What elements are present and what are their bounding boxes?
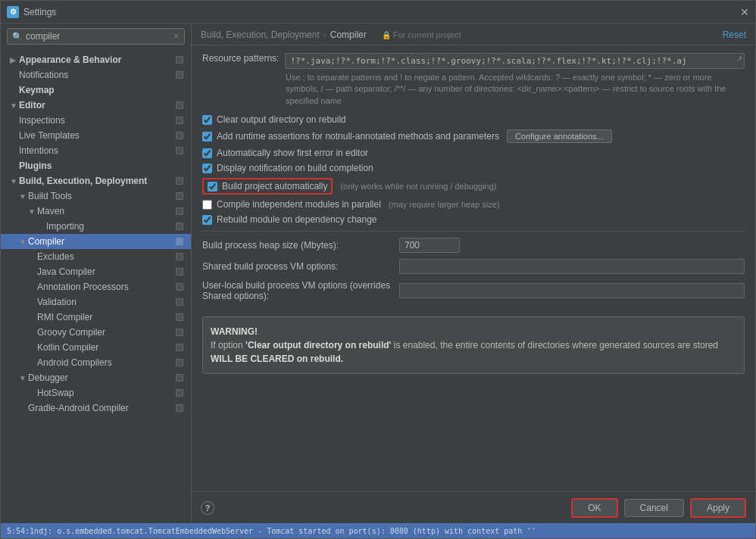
sidebar-item-excludes[interactable]: ▶ Excludes xyxy=(1,249,191,264)
sidebar-item-label: HotSwap xyxy=(37,388,74,398)
sidebar-item-java-compiler[interactable]: ▶ Java Compiler xyxy=(1,264,191,279)
sidebar-item-notifications[interactable]: Notifications xyxy=(1,67,191,83)
build-automatically-checkbox[interactable] xyxy=(208,182,217,192)
sidebar-item-importing[interactable]: ▶ Importing xyxy=(1,219,191,234)
sidebar-item-label: Gradle-Android Compiler xyxy=(28,403,129,413)
add-runtime-label[interactable]: Add runtime assertions for notnull-annot… xyxy=(202,131,499,142)
sidebar-item-label: Importing xyxy=(46,221,84,232)
left-panel: 🔍 ✕ ▶ Appearance & Behavior Notification… xyxy=(1,23,192,523)
sidebar-item-label: Appearance & Behavior xyxy=(19,55,121,65)
shared-vm-input[interactable] xyxy=(399,259,745,274)
user-vm-label: User-local build process VM options (ove… xyxy=(202,280,399,301)
add-runtime-checkbox[interactable] xyxy=(202,132,212,142)
sidebar-item-kotlin-compiler[interactable]: ▶ Kotlin Compiler xyxy=(1,340,191,355)
apply-button[interactable]: Apply xyxy=(690,498,746,518)
sidebar-item-maven[interactable]: ▼ Maven xyxy=(1,204,191,219)
right-indicator xyxy=(174,236,185,247)
right-indicator xyxy=(174,266,185,277)
sidebar-item-annotation-processors[interactable]: ▶ Annotation Processors xyxy=(1,279,191,294)
right-indicator xyxy=(174,221,185,232)
sidebar-item-debugger[interactable]: ▼ Debugger xyxy=(1,370,191,385)
cancel-button[interactable]: Cancel xyxy=(624,499,684,517)
sidebar-item-build-execution[interactable]: ▼ Build, Execution, Deployment xyxy=(1,173,191,188)
ok-button[interactable]: OK xyxy=(571,498,617,518)
sidebar-item-intentions[interactable]: Intentions xyxy=(1,143,191,158)
sidebar-item-build-tools[interactable]: ▼ Build Tools xyxy=(1,188,191,204)
shared-vm-row: Shared build process VM options: xyxy=(202,259,745,274)
right-indicator xyxy=(174,55,185,65)
right-header: Build, Execution, Deployment › Compiler … xyxy=(192,23,755,45)
warning-title: WARNING! xyxy=(211,326,258,337)
user-vm-input[interactable] xyxy=(399,283,745,298)
breadcrumb-arrow: › xyxy=(323,30,326,40)
sidebar-item-rmi-compiler[interactable]: ▶ RMI Compiler xyxy=(1,310,191,325)
sidebar-item-label: Editor xyxy=(19,100,45,111)
rebuild-module-label[interactable]: Rebuild module on dependency change xyxy=(202,214,377,225)
sidebar-item-editor[interactable]: ▼ Editor xyxy=(1,98,191,113)
sidebar-item-live-templates[interactable]: Live Templates xyxy=(1,128,191,143)
right-indicator xyxy=(174,297,185,307)
right-indicator xyxy=(174,130,185,141)
clear-output-checkbox[interactable] xyxy=(202,115,212,125)
auto-show-error-label[interactable]: Automatically show first error in editor xyxy=(202,148,368,158)
auto-show-error-checkbox[interactable] xyxy=(202,148,212,158)
resource-patterns-label: Resource patterns: xyxy=(202,53,279,64)
compile-parallel-label[interactable]: Compile independent modules in parallel xyxy=(202,199,381,210)
sidebar-item-keymap[interactable]: ▶ Keymap xyxy=(1,83,191,98)
right-content: Resource patterns: !?*.java;!?*.form;!?*… xyxy=(192,45,755,491)
sidebar-item-gradle-android[interactable]: ▶ Gradle-Android Compiler xyxy=(1,400,191,416)
right-indicator xyxy=(174,342,185,353)
sidebar-item-label: Keymap xyxy=(19,85,55,95)
search-input[interactable] xyxy=(26,31,173,42)
build-automatically-label[interactable]: Build project automatically xyxy=(208,181,327,192)
right-indicator xyxy=(174,251,185,262)
arrow-icon: ▶ xyxy=(10,56,19,64)
right-indicator xyxy=(174,70,185,80)
heap-size-input[interactable] xyxy=(399,238,460,253)
sidebar-item-label: Compiler xyxy=(28,236,64,247)
option-compile-parallel: Compile independent modules in parallel … xyxy=(202,199,745,210)
right-indicator xyxy=(174,176,185,186)
configure-annotations-button[interactable]: Configure annotations... xyxy=(507,129,612,143)
resource-patterns-expand-icon[interactable]: ↗ xyxy=(736,55,742,63)
build-automatically-text: Build project automatically xyxy=(222,181,327,192)
resource-patterns-section: Resource patterns: !?*.java;!?*.form;!?*… xyxy=(202,53,745,107)
sidebar-item-compiler[interactable]: ▼ Compiler xyxy=(1,234,191,249)
sidebar-item-android-compilers[interactable]: ▶ Android Compilers xyxy=(1,355,191,370)
rebuild-module-checkbox[interactable] xyxy=(202,215,212,225)
sidebar-item-inspections[interactable]: Inspections xyxy=(1,113,191,128)
sidebar-item-label: RMI Compiler xyxy=(37,312,92,322)
sidebar-item-appearance[interactable]: ▶ Appearance & Behavior xyxy=(1,52,191,67)
search-clear-icon[interactable]: ✕ xyxy=(173,32,180,42)
option-clear-output: Clear output directory on rebuild xyxy=(202,114,745,125)
arrow-icon: ▼ xyxy=(19,192,28,201)
sidebar-item-label: Build, Execution, Deployment xyxy=(19,176,147,186)
sidebar-item-label: Maven xyxy=(37,206,64,217)
sidebar-item-label: Inspections xyxy=(19,115,65,126)
breadcrumb: Build, Execution, Deployment › Compiler xyxy=(201,30,367,40)
help-button[interactable]: ? xyxy=(201,501,214,515)
clear-output-label[interactable]: Clear output directory on rebuild xyxy=(202,114,346,125)
heap-size-row: Build process heap size (Mbytes): xyxy=(202,238,745,253)
search-box: 🔍 ✕ xyxy=(7,28,185,45)
close-button[interactable]: ✕ xyxy=(740,6,749,18)
main-content: 🔍 ✕ ▶ Appearance & Behavior Notification… xyxy=(1,23,755,523)
sidebar-item-validation[interactable]: ▶ Validation xyxy=(1,294,191,310)
reset-button[interactable]: Reset xyxy=(723,30,746,40)
build-automatically-extra: (only works while not running / debuggin… xyxy=(340,182,496,191)
right-indicator xyxy=(174,327,185,338)
rebuild-module-text: Rebuild module on dependency change xyxy=(217,214,377,225)
sidebar-item-label: Validation xyxy=(37,297,77,307)
sidebar-item-label: Excludes xyxy=(37,251,74,262)
compile-parallel-checkbox[interactable] xyxy=(202,200,212,210)
right-indicator xyxy=(174,357,185,368)
sidebar-item-label: Live Templates xyxy=(19,130,80,141)
right-indicator xyxy=(174,191,185,201)
sidebar-item-plugins[interactable]: ▶ Plugins xyxy=(1,158,191,173)
warning-text: WARNING! If option 'Clear output directo… xyxy=(211,325,736,366)
sidebar-item-hotswap[interactable]: ▶ HotSwap xyxy=(1,385,191,400)
clear-output-text: Clear output directory on rebuild xyxy=(217,114,346,125)
sidebar-item-groovy-compiler[interactable]: ▶ Groovy Compiler xyxy=(1,325,191,340)
display-notification-label[interactable]: Display notification on build completion xyxy=(202,163,373,173)
display-notification-checkbox[interactable] xyxy=(202,164,212,173)
